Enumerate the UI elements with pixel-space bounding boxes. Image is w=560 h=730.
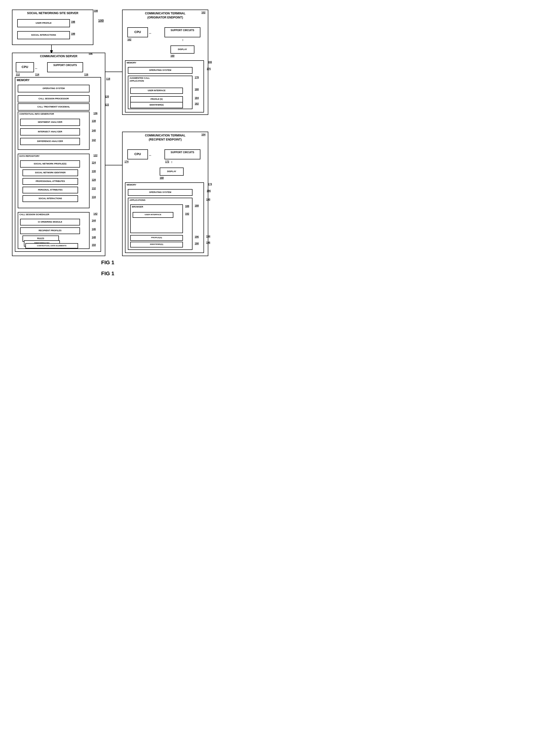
si-ref: 134 — [92, 196, 96, 199]
user-interface-recip-box: USER INTERFACE — [133, 212, 173, 218]
cpu-sc-orig-arrow: ↔ — [148, 31, 152, 35]
social-networking-server-box: SOCIAL NETWORKING SITE SERVER USER PROFI… — [12, 10, 93, 45]
user-profile-box: USER PROFILE — [17, 19, 70, 27]
ci-ordering-module-box: CI ORDERING MODULE — [20, 219, 80, 226]
da-ref: 142 — [92, 139, 96, 142]
cpu-server-box: CPU — [16, 62, 34, 72]
identifiers-orig-ref: 182 — [195, 102, 199, 105]
ci-ordering-module-label: CI ORDERING MODULE — [21, 219, 79, 225]
ui-recip-ref: 192 — [185, 213, 189, 215]
aca-ref: 178 — [195, 76, 199, 79]
csp-ref: 120 — [105, 95, 109, 98]
profiles-recip-ref: 196 — [195, 236, 199, 238]
user-profile-label: USER PROFILE — [18, 20, 69, 26]
browser-box: BROWSER 188 USER INTERFACE 192 — [130, 204, 183, 233]
sni-ref: 130 — [92, 170, 96, 173]
fig-label: FIG 1 — [101, 260, 114, 266]
cpu-recip-ref: 174 — [124, 160, 129, 163]
social-interactions-box: SOCIAL INTERACTIONS — [23, 195, 78, 202]
support-circuits-server-ref: 116 — [84, 73, 88, 76]
memory-server-label: MEMORY — [15, 78, 101, 83]
cpu-orig-ref: 162 — [127, 38, 131, 41]
operating-system-orig-box: OPERATING SYSTEM — [128, 67, 192, 74]
memory-orig-label: MEMORY — [125, 61, 204, 65]
social-networking-server-label: SOCIAL NETWORKING SITE SERVER — [12, 10, 93, 16]
communication-server-box: COMMUNICATION SERVER CPU 112 SUPPORT CIR… — [12, 53, 105, 256]
operating-system-recip-label: OPERATING SYSTEM — [128, 190, 192, 195]
css-ref: 142 — [93, 213, 97, 215]
intersect-analyzer-label: INTERSECT ANALYZER — [21, 129, 79, 135]
support-circuits-recip-box: SUPPORT CIRCUITS — [164, 149, 200, 159]
recipient-profiles-label: RECIPIENT PROFILES — [21, 228, 79, 233]
user-interface-recip-label: USER INTERFACE — [133, 213, 173, 217]
memory-orig-ref: 166 — [208, 61, 212, 63]
browser-ref: 188 — [185, 205, 189, 208]
recipient-profiles-box: RECIPIENT PROFILES — [20, 227, 80, 234]
social-network-profiles-label: SOCIAL NETWORK PROFILE(S) — [21, 161, 79, 167]
cpu-sc-recip-arrow: ↔ — [148, 153, 152, 157]
social-network-identifier-box: SOCIAL NETWORK IDENTIFIER — [23, 170, 78, 176]
memory-recip-label: MEMORY — [125, 183, 204, 187]
operating-system-orig-label: OPERATING SYSTEM — [128, 68, 192, 73]
applications-label: APPLICATIONS — [128, 198, 192, 202]
support-circuits-orig-box: SUPPORT CIRCUITS — [164, 27, 200, 37]
social-network-identifier-label: SOCIAL NETWORK IDENTIFIER — [23, 170, 78, 175]
comm-terminal-orig-ref: 102 — [201, 11, 205, 14]
ui-orig-ref: 180 — [195, 88, 199, 91]
identifiers-recip-ref: 190 — [195, 242, 199, 245]
identifiers-orig-label: IDENTIFIER(S) — [131, 102, 182, 107]
contextual-data-elements-label: CONTEXTUAL DATA ELEMENTS — [26, 244, 78, 248]
contextual-data-elements-box: CONTEXTUAL DATA ELEMENTS — [25, 243, 78, 249]
snp-ref: 124 — [92, 161, 96, 164]
display-orig-label: DISPLAY — [171, 46, 194, 53]
sc-recip-display-arrow: ↕ — [171, 160, 173, 164]
identifiers-recip-label: IDENTIFIER(S) — [131, 242, 182, 247]
memory-recip-ref: 174 — [208, 183, 212, 186]
support-circuits-recip-label: SUPPORT CIRCUITS — [165, 150, 200, 155]
pa-ref: 128 — [92, 179, 96, 181]
profiles-recip-label: PROFILE(S) — [131, 236, 182, 240]
display-orig-box: DISPLAY — [170, 45, 194, 54]
call-session-scheduler-label: CALL SESSION SCHEDULER — [18, 213, 89, 217]
comm-terminal-recip-box: COMMUNICATION TERMINAL (RECIPIENT ENDPOI… — [122, 132, 208, 256]
memory-server-box: MEMORY 118 OPERATING SYSTEM CALL SESSION… — [15, 77, 101, 252]
identifiers-recip-box: IDENTIFIER(S) — [130, 242, 183, 248]
social-interactions-top-box: SOCIAL INTERACTIONS — [17, 31, 70, 39]
call-session-processor-label: CALL SESSION PROCESSOR — [18, 96, 89, 102]
cig-ref: 136 — [93, 112, 97, 115]
sc-display-arrow: ↕ — [182, 38, 184, 42]
cpu-server-label: CPU — [16, 63, 34, 71]
display-orig-ref: 160 — [170, 55, 175, 57]
cpu-orig-box: CPU — [127, 27, 148, 37]
comm-server-ref: 106 — [89, 53, 93, 55]
rules-label: RULES — [23, 236, 58, 241]
professional-attributes-label: PROFESSIONAL ATTRIBUTES — [23, 179, 78, 184]
operating-system-server-box: OPERATING SYSTEM — [18, 85, 90, 92]
profiles-orig-ref: 184 — [195, 97, 199, 99]
support-circuits-server-box: SUPPORT CIRCUITS — [47, 62, 83, 72]
personal-attributes-box: PERSONAL ATTRIBUTES — [23, 187, 78, 193]
memory-server-ref: 118 — [106, 78, 110, 80]
contextual-info-generator-label: CONTEXTUAL INFO GENERATOR — [18, 112, 89, 116]
intersect-analyzer-box: INTERSECT ANALYZER — [20, 128, 80, 136]
os-recip-ref: 186 — [207, 190, 211, 192]
apps-ref: 188 — [195, 204, 199, 207]
os-orig-ref: 176 — [207, 68, 211, 70]
social-network-profiles-box: SOCIAL NETWORK PROFILE(S) — [20, 160, 80, 168]
cpu-server-ref: 112 — [16, 73, 20, 76]
operating-system-server-label: OPERATING SYSTEM — [18, 85, 89, 91]
sa-ref: 138 — [92, 120, 96, 122]
cpu-sc-arrow: ↔ — [34, 67, 38, 70]
social-interactions-top-ref: 199 — [71, 33, 75, 35]
cpu-recip-box: CPU — [127, 149, 148, 159]
comm-terminal-recip-label: COMMUNICATION TERMINAL (RECIPIENT ENDPOI… — [123, 132, 208, 143]
comm-terminal-orig-box: COMMUNICATION TERMINAL (ORIGINATOR ENDPO… — [122, 10, 208, 115]
browser-label: BROWSER — [131, 205, 182, 209]
comm-terminal-orig-label: COMMUNICATION TERMINAL (ORIGINATOR ENDPO… — [123, 10, 208, 21]
augmented-call-app-label: AUGMENTED CALL APPLICATION — [128, 76, 192, 83]
difference-analyzer-label: DIFFERENCE ANALYZER — [21, 138, 79, 144]
augmented-call-app-box: AUGMENTED CALL APPLICATION 178 USER INTE… — [128, 76, 192, 109]
sentiment-analyzer-label: SENTIMENT ANALYZER — [21, 119, 79, 125]
sc-recip-ref: 172 — [165, 160, 169, 163]
call-session-scheduler-box: CALL SESSION SCHEDULER 142 CI ORDERING M… — [18, 212, 90, 249]
